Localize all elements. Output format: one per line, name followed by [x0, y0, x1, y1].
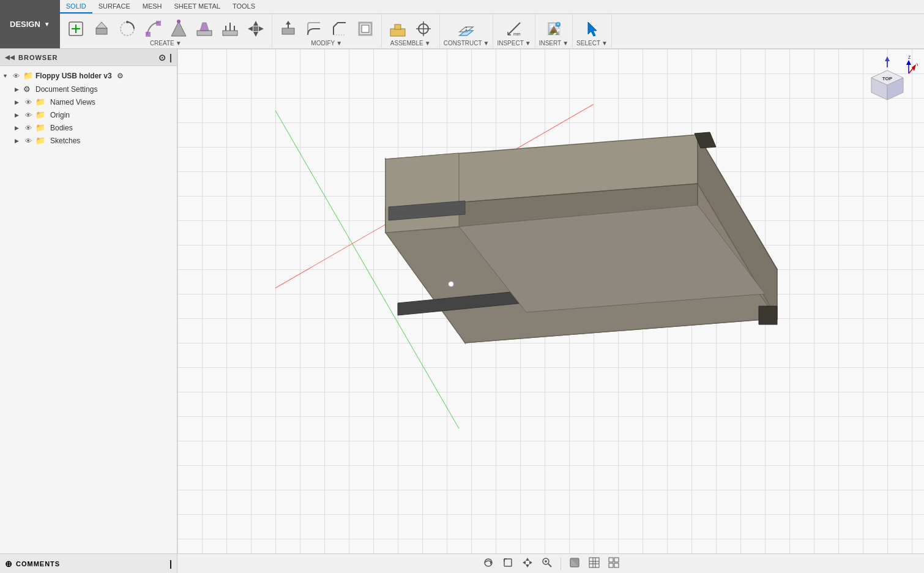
svg-marker-12: [200, 23, 209, 31]
svg-point-10: [177, 20, 181, 23]
design-button[interactable]: DESIGN ▼: [0, 0, 60, 48]
pan-icon[interactable]: [519, 554, 536, 573]
shell-icon: [356, 19, 375, 39]
comments-bar: ⊕ COMMENTS |: [0, 553, 177, 573]
root-visibility-icon[interactable]: 👁: [11, 72, 21, 80]
tree-document-settings[interactable]: ▶ ⚙ Document Settings: [0, 83, 177, 96]
tab-surface[interactable]: SURFACE: [92, 0, 136, 13]
design-dropdown-arrow: ▼: [44, 21, 50, 28]
orbit-icon[interactable]: [480, 554, 497, 573]
insert-section: + INSERT ▼: [535, 14, 573, 48]
insert-btn[interactable]: +: [542, 17, 566, 39]
origin-eye-icon[interactable]: 👁: [23, 111, 33, 119]
svg-rect-89: [609, 558, 613, 562]
svg-rect-92: [614, 563, 619, 567]
revolve-btn[interactable]: [115, 17, 140, 39]
create-label[interactable]: CREATE ▼: [150, 39, 182, 48]
tree-origin[interactable]: ▶ 👁 📁 Origin: [0, 108, 177, 121]
tree-root[interactable]: ▼ 👁 📁 Floppy USB holder v3 ⚙: [0, 69, 177, 83]
doc-settings-label: Document Settings: [35, 85, 97, 94]
fillet-btn[interactable]: [302, 17, 326, 39]
svg-marker-64: [912, 64, 916, 71]
press-pull-btn[interactable]: [276, 17, 300, 39]
web-btn[interactable]: [218, 17, 242, 39]
assemble-btn[interactable]: [386, 17, 410, 39]
svg-point-6: [126, 21, 129, 23]
zoom-icon[interactable]: [538, 554, 556, 573]
tree-sketches[interactable]: ▶ 👁 📁 Sketches: [0, 134, 177, 147]
offset-plane-btn[interactable]: [454, 17, 479, 39]
select-label[interactable]: SELECT ▼: [576, 39, 608, 48]
shell-btn[interactable]: [353, 17, 378, 39]
modify-label[interactable]: MODIFY ▼: [311, 39, 342, 48]
svg-marker-55: [759, 306, 777, 324]
svg-marker-19: [248, 26, 253, 31]
tab-tools[interactable]: TOOLS: [226, 0, 261, 13]
new-component-icon: [66, 19, 86, 39]
sketches-folder-icon: 📁: [35, 136, 45, 145]
insert-icons: +: [542, 17, 566, 39]
svg-marker-53: [386, 153, 459, 233]
tree-bodies[interactable]: ▶ 👁 📁 Bodies: [0, 121, 177, 134]
sketches-arrow: ▶: [15, 138, 21, 144]
tab-sheet-metal[interactable]: SHEET METAL: [168, 0, 226, 13]
svg-rect-90: [614, 558, 619, 562]
bodies-eye-icon[interactable]: 👁: [23, 124, 33, 132]
insert-label[interactable]: INSERT ▼: [539, 39, 568, 48]
display-mode-icon[interactable]: [566, 554, 583, 573]
browser-options-icon[interactable]: ⊙: [158, 53, 166, 62]
origin-label: Origin: [50, 111, 70, 119]
chamfer-btn[interactable]: [327, 17, 352, 39]
svg-marker-43: [588, 22, 597, 36]
svg-marker-58: [885, 56, 890, 61]
create-icons: [64, 17, 268, 39]
svg-rect-21: [253, 26, 258, 31]
inspect-label[interactable]: INSPECT ▼: [497, 39, 531, 48]
loft-btn[interactable]: [166, 17, 191, 39]
root-settings-icon[interactable]: ⚙: [117, 72, 124, 80]
assemble-icon: [388, 19, 408, 39]
comments-pin-icon[interactable]: |: [170, 559, 172, 569]
svg-marker-18: [253, 32, 258, 37]
named-views-folder-icon: 📁: [35, 97, 45, 107]
tree-named-views[interactable]: ▶ 👁 📁 Named Views: [0, 96, 177, 108]
comments-label: COMMENTS: [16, 560, 60, 567]
comments-plus-icon[interactable]: ⊕: [5, 559, 12, 569]
joint-btn[interactable]: [411, 17, 436, 39]
sketches-eye-icon[interactable]: 👁: [23, 137, 33, 144]
named-views-eye-icon[interactable]: 👁: [23, 99, 33, 106]
browser-pin-icon[interactable]: |: [170, 53, 172, 62]
sweep-btn[interactable]: [141, 17, 165, 39]
layout-icon[interactable]: [605, 554, 622, 573]
tab-solid[interactable]: SOLID: [60, 0, 92, 13]
extrude-icon: [92, 19, 111, 39]
extrude-btn[interactable]: [89, 17, 114, 39]
viewcube[interactable]: TOP Z Y: [857, 55, 918, 116]
svg-text:+: +: [557, 22, 559, 26]
svg-rect-29: [395, 24, 401, 29]
assemble-label[interactable]: ASSEMBLE ▼: [390, 39, 431, 48]
svg-rect-91: [609, 563, 613, 567]
move-copy-btn[interactable]: [244, 17, 268, 39]
rib-btn[interactable]: [192, 17, 217, 39]
sketches-label: Sketches: [50, 137, 80, 145]
browser-collapse-arrow[interactable]: ◀◀: [5, 54, 15, 61]
svg-rect-7: [146, 32, 151, 37]
grid-icon[interactable]: [586, 554, 603, 573]
construct-icons: [454, 17, 479, 39]
select-btn[interactable]: [580, 17, 605, 39]
fit-icon[interactable]: [499, 554, 516, 573]
named-views-label: Named Views: [50, 98, 95, 107]
measure-btn[interactable]: mm: [502, 17, 526, 39]
svg-marker-77: [529, 561, 532, 564]
fillet-icon: [304, 19, 324, 39]
viewport[interactable]: TOP Z Y: [177, 49, 924, 573]
browser-title: BROWSER: [18, 54, 58, 61]
tab-mesh[interactable]: MESH: [136, 0, 168, 13]
svg-rect-27: [362, 25, 369, 32]
construct-label[interactable]: CONSTRUCT ▼: [444, 39, 490, 48]
move-copy-icon: [246, 19, 266, 39]
origin-arrow: ▶: [15, 112, 21, 118]
new-component-btn[interactable]: [64, 17, 88, 39]
sidebar: ◀◀ BROWSER ⊙ | ▼ 👁 📁 Floppy USB holder v…: [0, 49, 177, 573]
